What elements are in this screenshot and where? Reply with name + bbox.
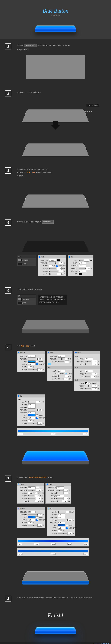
- style-select[interactable]: 线性: [28, 417, 36, 419]
- grad-stop[interactable]: 004fds: [34, 543, 39, 545]
- color-swatch[interactable]: [79, 273, 82, 275]
- blend-select[interactable]: 正常: [58, 516, 65, 519]
- glow-color-swatch[interactable]: [48, 363, 51, 365]
- grad-stop[interactable]: 00aff5: [51, 433, 55, 435]
- blend-select[interactable]: 滤色: [58, 355, 65, 358]
- gradient-swatch[interactable]: [28, 516, 36, 518]
- choke-slider[interactable]: [49, 271, 58, 272]
- method-select[interactable]: 柔和: [58, 370, 65, 372]
- layers-panel[interactable]: 正常 形状 1 副本 形状 1: [17, 294, 36, 305]
- opacity-slider[interactable]: [49, 263, 58, 264]
- align-checkbox[interactable]: [66, 527, 68, 529]
- fill-select[interactable]: 渐变: [58, 522, 65, 524]
- outer-glow-panel[interactable]: 外发光 结构 混合模式(E):滤色 不透明度(O):35% 杂色(N):0% 图…: [74, 351, 100, 391]
- source-center-radio[interactable]: [58, 373, 59, 374]
- global-light-checkbox[interactable]: [56, 265, 58, 266]
- gradient-swatch[interactable]: [28, 414, 36, 416]
- blend-select[interactable]: 正常: [28, 355, 36, 358]
- panel-checkbox[interactable]: [39, 256, 40, 258]
- panel-checkbox[interactable]: [18, 484, 19, 485]
- gradient-editor-2[interactable]: 0053d 0062c3 0067e: [17, 548, 89, 556]
- pos-select[interactable]: 内部: [79, 262, 86, 264]
- stroke-panel[interactable]: 描边 大小(S):1像素 位置(P):内部 混合模式(B):正常 不透明度(O)…: [68, 255, 93, 276]
- panel-checkbox[interactable]: [18, 395, 19, 396]
- gradient-overlay-panel[interactable]: 渐变叠加 混合模式(O):正常 不透明度(P):100% 渐变: 反向(R) 样…: [17, 351, 45, 372]
- fill-select[interactable]: 渐变: [28, 412, 36, 414]
- grad-stop[interactable]: 0058f: [67, 543, 72, 545]
- style-select[interactable]: 线性: [58, 527, 65, 529]
- color-swatch[interactable]: [57, 260, 60, 262]
- fill-select[interactable]: 颜色: [79, 270, 86, 272]
- aa-checkbox[interactable]: [89, 382, 91, 384]
- grad-stop[interactable]: 008df: [18, 543, 22, 545]
- blend-select[interactable]: 正常: [28, 511, 36, 513]
- gradient-bar[interactable]: [18, 550, 88, 552]
- gradient-swatch[interactable]: [58, 524, 65, 526]
- blend-select[interactable]: 滤色: [85, 358, 93, 360]
- gradient-editor[interactable]: 0068d8 00aff5 0086fe: [17, 428, 89, 436]
- reverse-checkbox[interactable]: [36, 361, 38, 362]
- gradient-overlay-panel[interactable]: 渐变叠加 混合模式(O):正常 不透明度(P):100% 渐变: 反向(R) 样…: [17, 507, 45, 528]
- size-slider[interactable]: [49, 274, 56, 274]
- panel-checkbox[interactable]: [47, 484, 48, 485]
- global-light-checkbox[interactable]: [35, 492, 37, 494]
- method-select[interactable]: 柔和: [85, 370, 93, 372]
- scale-slider[interactable]: [28, 369, 37, 370]
- grad-stop[interactable]: 0087f: [84, 543, 88, 545]
- rounded-rect-tool-icon[interactable]: 圆角矩形工具: [24, 44, 37, 47]
- gradient-bar[interactable]: [18, 540, 88, 542]
- blend-select[interactable]: 滤色: [56, 486, 64, 489]
- gradient-bar[interactable]: [18, 430, 88, 432]
- style-select[interactable]: 线性: [28, 519, 36, 521]
- blend-select[interactable]: 滤色: [28, 486, 36, 489]
- blend-select[interactable]: 正常: [28, 406, 36, 408]
- grad-stop[interactable]: 0086fe: [83, 433, 88, 435]
- align-checkbox[interactable]: [36, 519, 38, 521]
- grad-stop[interactable]: 0068d8: [18, 433, 23, 435]
- blend-select[interactable]: 正常: [79, 264, 86, 267]
- panel-checkbox[interactable]: [18, 508, 19, 509]
- layer-row-copy[interactable]: 形状 1 副本: [17, 258, 36, 262]
- stroke-panel[interactable]: 描边 大小(S):1像素 位置(P):外部 混合模式(B):正常 不透明度(O)…: [47, 507, 75, 536]
- layer-row-copy[interactable]: 形状 1 副本: [17, 298, 36, 301]
- dist-slider[interactable]: [49, 268, 56, 269]
- panel-checkbox[interactable]: [48, 352, 49, 354]
- gradient-editor-1[interactable]: 008df 004fds 002ds 0058f 0087f: [17, 538, 89, 546]
- inner-glow-panel[interactable]: 内发光 混合模式(B):滤色 不透明度(O):60% 杂色(N):0% 图素 方…: [47, 351, 72, 381]
- opacity-slider[interactable]: [28, 359, 37, 359]
- stroke-panel[interactable]: 描边 结构 大小(S):1像素 位置(P):外部 混合模式(B):正常 不透明度…: [17, 394, 45, 426]
- method-select[interactable]: 柔和: [56, 494, 64, 497]
- layers-panel[interactable]: 正常 形状 1 副本 形状 1: [17, 255, 36, 266]
- layer-row-base[interactable]: 形状 1: [17, 262, 36, 266]
- pos-select[interactable]: 外部: [28, 404, 36, 406]
- pos-select[interactable]: 外部: [58, 514, 65, 516]
- layers-blend-select[interactable]: 正常: [17, 294, 36, 298]
- blend-select[interactable]: 正片叠底: [49, 259, 56, 262]
- layer-row-base[interactable]: 形状 1: [17, 301, 36, 305]
- grad-stop[interactable]: 0053d: [18, 553, 23, 555]
- layers-blend-select[interactable]: 正常: [17, 256, 36, 258]
- gradient-swatch[interactable]: [28, 360, 36, 362]
- grad-stop[interactable]: 0067e: [83, 553, 88, 555]
- color-swatch[interactable]: [36, 486, 39, 489]
- panel-checkbox[interactable]: [75, 352, 76, 354]
- inner-shadow-panel[interactable]: 内阴影 混合模式(B):滤色 不透明度(O):60% 角度(A):90度 使用全…: [17, 482, 44, 504]
- grad-stop[interactable]: 002ds: [51, 543, 56, 545]
- size-slider[interactable]: [79, 260, 83, 261]
- opacity-slider[interactable]: [79, 268, 85, 269]
- reverse-checkbox[interactable]: [36, 414, 38, 416]
- outer-glow-panel[interactable]: 外发光 混合模式(E):滤色 不透明度(O):35% 杂色(N):0% 方法(Q…: [45, 482, 71, 504]
- contour-swatch[interactable]: [85, 382, 88, 384]
- source-edge-radio[interactable]: [65, 373, 67, 374]
- panel-checkbox[interactable]: [48, 508, 49, 509]
- reverse-checkbox[interactable]: [36, 516, 38, 518]
- grad-stop[interactable]: 0062c3: [50, 553, 56, 555]
- inner-shadow-panel[interactable]: 内阴影 混合模式(B):正片叠底 不透明度(O):75% 角度(A):120度 …: [38, 255, 66, 276]
- panel-checkbox[interactable]: [69, 256, 70, 258]
- color-hex-chip[interactable]: #:1f1f2020: [42, 220, 54, 224]
- panel-checkbox[interactable]: [18, 352, 19, 354]
- align-checkbox[interactable]: [36, 363, 38, 365]
- style-select[interactable]: 线性: [28, 363, 36, 366]
- reverse-checkbox[interactable]: [66, 524, 68, 526]
- align-checkbox[interactable]: [36, 417, 38, 419]
